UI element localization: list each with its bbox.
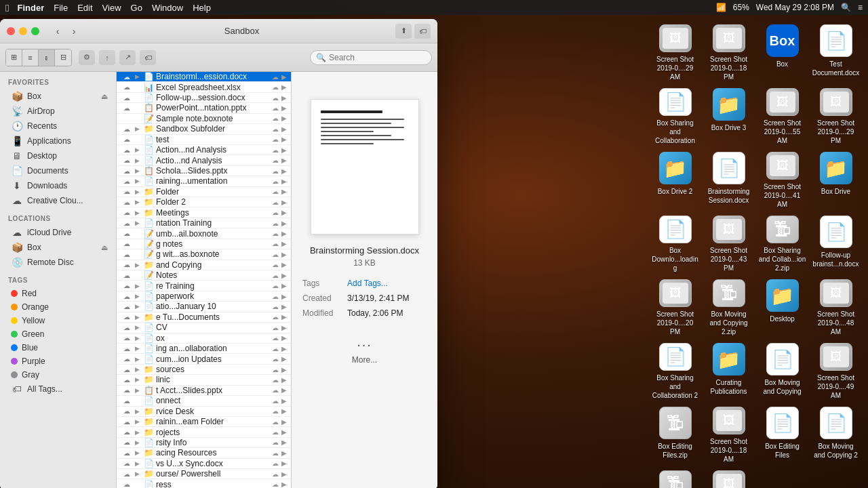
apple-menu[interactable]:  [5,2,9,14]
expand-file-icon[interactable]: ▶ [280,272,288,279]
share-file-icon[interactable]: ☁ [271,376,279,384]
expand-file-icon[interactable]: ▶ [280,386,288,394]
desktop-icon-item[interactable]: 🖼Screen Shot 2019-0....29 AM [650,20,701,81]
desktop-icon-item[interactable]: 📁Box Drive 2 [650,148,701,209]
sidebar-item-desktop[interactable]: 🖥 Desktop [3,148,113,163]
label-button[interactable]: 🏷 [140,50,156,65]
file-row[interactable]: ☁▶📄re Training☁▶ [117,281,291,291]
file-row[interactable]: ☁📋PowerPoint...ntation.pptx☁▶ [117,103,291,113]
desktop-icon-item[interactable]: 📁Box Drive 3 [703,84,754,145]
file-row[interactable]: 📝Sample note.boxnote☁▶ [117,114,291,124]
expand-file-icon[interactable]: ▶ [280,157,288,164]
sidebar-item-tag-gray[interactable]: Gray [3,368,113,382]
sidebar-item-box[interactable]: 📦 Box ⏏ [3,89,113,104]
desktop-icon-item[interactable]: 🗜Box Editing Files.zip [650,403,701,464]
sidebar-item-tag-yellow[interactable]: Yellow [3,314,113,327]
share-file-icon[interactable]: ☁ [271,460,279,467]
sort-button[interactable]: ⚙ [79,50,95,65]
sidebar-item-airdrop[interactable]: 📡 AirDrop [3,104,113,119]
desktop-icon-item[interactable]: 🗜Box Sharing and Collab...ion 2.zip [757,211,808,272]
expand-file-icon[interactable]: ▶ [280,230,288,237]
desktop-icon-item[interactable]: 📄Brainstorming Session.docx [703,148,754,209]
expand-file-icon[interactable]: ▶ [280,282,288,289]
desktop-icon-item[interactable]: 🖼Screen Shot 2019-0....41 AM [757,148,808,209]
sidebar-item-creative-cloud[interactable]: ☁ Creative Clou... [3,193,113,208]
desktop-icon-item[interactable]: 🖼Screen Shot 2019-0....48 AM [810,275,861,336]
search-icon[interactable]: 🔍 [841,3,851,12]
desktop-icon-item[interactable]: 🖼Screen Shot 2019-0....55 AM [757,84,808,145]
tag-button[interactable]: 🏷 [414,24,431,39]
file-row[interactable]: ☁▶📄ing an...ollaboration☁▶ [117,344,291,354]
file-row[interactable]: ☁▶📁ourse/ Powershell☁▶ [117,469,291,479]
file-row[interactable]: ☁▶📁e Tu...Documents☁▶ [117,312,291,323]
menu-window[interactable]: Window [152,3,183,13]
share-file-icon[interactable]: ☁ [271,209,279,216]
menu-finder[interactable]: Finder [17,3,44,13]
expand-file-icon[interactable]: ▶ [280,439,288,446]
menu-go[interactable]: Go [131,3,142,13]
share-file-icon[interactable]: ☁ [271,439,279,446]
expand-file-icon[interactable]: ▶ [280,355,288,363]
file-row[interactable]: ☁📄ress☁▶ [117,479,291,488]
sidebar-item-tag-green[interactable]: Green [3,327,113,341]
expand-file-icon[interactable]: ▶ [280,199,288,206]
share-file-icon[interactable]: ☁ [271,303,279,310]
sidebar-item-tag-purple[interactable]: Purple [3,354,113,368]
minimize-button[interactable] [19,27,27,35]
column-view-button[interactable]: ⫾ [39,49,55,66]
file-row[interactable]: ☁▶📁rojects☁▶ [117,427,291,437]
share-file-icon[interactable]: ☁ [271,157,279,164]
file-row[interactable]: ☁▶📄Action...nd Analysis☁▶ [117,145,291,155]
expand-file-icon[interactable]: ▶ [280,251,288,258]
sidebar-item-tag-red[interactable]: Red [3,287,113,300]
file-row[interactable]: ☁▶📄ntation Training☁▶ [117,218,291,228]
expand-file-icon[interactable]: ▶ [280,366,288,373]
desktop-icon-item[interactable]: 📄Box Moving and Copying [757,339,808,400]
file-row[interactable]: ☁📝g notes☁▶ [117,239,291,249]
file-row[interactable]: ☁▶📄CV☁▶ [117,323,291,333]
desktop-icon-item[interactable]: 🗜Box Moving and Copying 2.zip [703,275,754,336]
preview-more-button[interactable]: ··· More... [352,337,377,365]
file-row[interactable]: ☁▶📁Meetings☁▶ [117,207,291,218]
expand-file-icon[interactable]: ▶ [280,313,288,321]
file-row[interactable]: ☁▶📁sources☁▶ [117,365,291,375]
expand-file-icon[interactable]: ▶ [280,470,288,478]
desktop-icon-item[interactable]: 📄Box Moving and Copying 2 [810,403,861,464]
file-row[interactable]: ☁▶📄raining...umentation☁▶ [117,176,291,186]
share-file-icon[interactable]: ☁ [271,418,279,426]
expand-file-icon[interactable]: ▶ [280,240,288,247]
maximize-button[interactable] [31,27,39,35]
share-file-icon[interactable]: ☁ [271,293,279,300]
expand-file-icon[interactable]: ▶ [280,261,288,268]
sidebar-item-documents[interactable]: 📄 Documents [3,163,113,178]
desktop-icon-item[interactable]: 🖼Screen Shot 2019-0....41 PM [703,466,754,488]
file-row[interactable]: ☁📝g wit...as.boxnote☁▶ [117,249,291,260]
share-file-icon[interactable]: ☁ [271,199,279,206]
file-row[interactable]: ☁📄test☁▶ [117,135,291,145]
expand-file-icon[interactable]: ▶ [280,303,288,310]
file-row[interactable]: ☁▶📄ox☁▶ [117,333,291,344]
expand-file-icon[interactable]: ▶ [280,428,288,436]
list-view-button[interactable]: ≡ [22,49,39,66]
expand-file-icon[interactable]: ▶ [280,324,288,331]
desktop-icon-item[interactable]: 📁Desktop [757,275,808,336]
expand-file-icon[interactable]: ▶ [280,407,288,415]
expand-file-icon[interactable]: ▶ [280,178,288,185]
expand-file-icon[interactable]: ▶ [280,418,288,426]
expand-file-icon[interactable]: ▶ [280,334,288,342]
file-row[interactable]: ☁▶📁Folder 2☁▶ [117,197,291,207]
expand-file-icon[interactable]: ▶ [280,293,288,300]
expand-file-icon[interactable]: ▶ [280,73,288,81]
back-button[interactable]: ‹ [50,24,65,39]
desktop-icon-item[interactable]: 📄Box Downlo...loading [650,211,701,272]
expand-file-icon[interactable]: ▶ [280,115,288,122]
close-button[interactable] [7,27,15,35]
share-file-icon[interactable]: ☁ [271,313,279,321]
desktop-icon-item[interactable]: 🖼Screen Shot 2019-0....18 PM [703,20,754,81]
desktop-icon-item[interactable]: 📄Test Document.docx [810,20,861,81]
share-toolbar-button[interactable]: ↗ [119,50,136,65]
share-button[interactable]: ⬆ [395,24,412,39]
share-file-icon[interactable]: ☁ [271,261,279,268]
sidebar-item-tag-blue[interactable]: Blue [3,341,113,354]
share-file-icon[interactable]: ☁ [271,73,279,81]
